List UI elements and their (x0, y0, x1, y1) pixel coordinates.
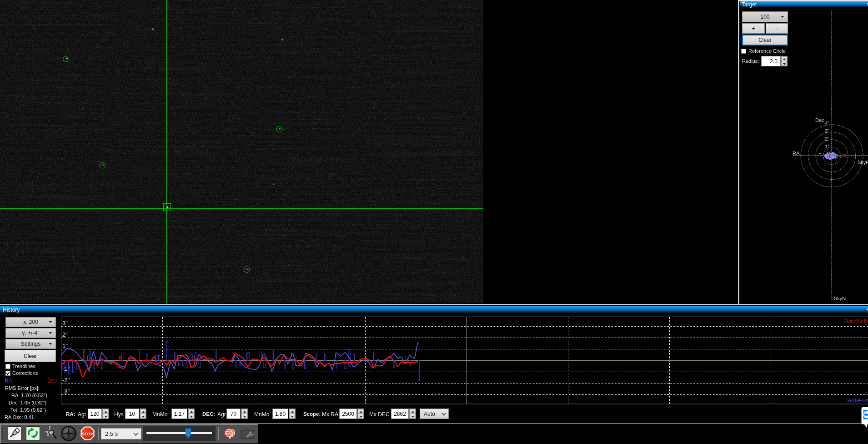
svg-text:RA: RA (793, 151, 800, 156)
svg-text:2": 2" (825, 136, 829, 141)
svg-text:4": 4" (825, 121, 829, 126)
svg-text:-2": -2" (62, 377, 70, 383)
svg-text:-3": -3" (62, 388, 70, 395)
svg-text:3": 3" (62, 320, 68, 327)
svg-text:SkyE: SkyE (858, 160, 868, 165)
svg-text:1": 1" (825, 144, 829, 149)
svg-text:SkyN: SkyN (834, 296, 846, 301)
svg-text:GuideEast: GuideEast (846, 398, 868, 403)
svg-text:2": 2" (62, 331, 68, 338)
svg-text:GuideNorth: GuideNorth (843, 318, 868, 323)
svg-text:Dec: Dec (815, 117, 824, 123)
svg-text:3": 3" (825, 128, 829, 134)
svg-text:STOP: STOP (82, 431, 94, 436)
